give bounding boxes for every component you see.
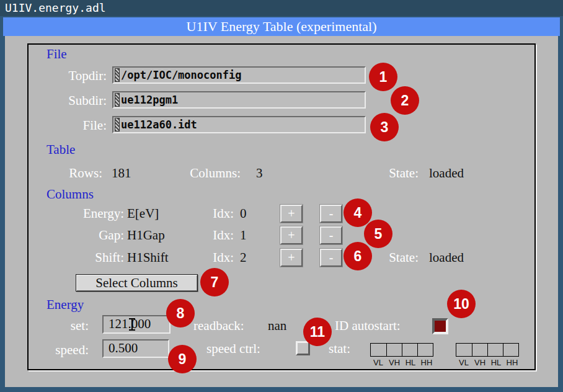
col-gap-idx-label: Idx: [191, 226, 234, 244]
col-gap-value: H1Gap [127, 226, 165, 244]
readback-label: readback: [193, 317, 244, 334]
subdir-input[interactable]: ue112pgm1 [112, 91, 366, 109]
file-input[interactable]: ue112a60.idt [112, 116, 366, 133]
set-label: set: [30, 317, 89, 334]
window-titlebar[interactable]: U1IV.energy.adl [0, 0, 563, 16]
stat-tick-vh: VH [386, 358, 402, 367]
stat-tick-hh: HH [419, 358, 435, 367]
file-label: File: [30, 117, 107, 134]
callout-badge-4: 4 [344, 198, 372, 227]
columns-label: Columns: [154, 164, 241, 182]
table-state-label: State: [340, 164, 419, 182]
stat-cell [417, 344, 433, 356]
col-shift-plus-button[interactable]: + [280, 249, 303, 267]
stat-tick-hl: HL [488, 358, 504, 367]
stat-boxes-group-1 [370, 343, 433, 357]
callout-badge-1: 1 [369, 63, 397, 91]
callout-badge-9: 9 [168, 345, 197, 373]
table-section-label: Table [47, 141, 75, 158]
col-gap-plus-button[interactable]: + [280, 226, 303, 244]
callout-badge-2: 2 [391, 86, 419, 115]
stat-cell [472, 344, 487, 356]
callout-badge-10: 10 [447, 290, 476, 318]
id-autostart-checkbox[interactable] [432, 318, 448, 334]
col-shift-value: H1Shift [127, 249, 169, 266]
col-gap-minus-button[interactable]: - [320, 226, 342, 244]
col-energy-plus-button[interactable]: + [280, 205, 303, 223]
callout-badge-11: 11 [303, 318, 332, 346]
topdir-input[interactable]: /opt/IOC/monoconfig [112, 66, 366, 84]
speed-label: speed: [30, 341, 89, 359]
text-cursor [129, 318, 135, 331]
speed-ctrl-label: speed ctrl: [206, 340, 260, 357]
stat-tick-hl: HL [402, 358, 419, 367]
col-energy-label: Energy: [36, 205, 124, 222]
banner: U1IV Energy Table (experimental) [3, 17, 560, 36]
stat-label: stat: [329, 340, 350, 357]
subdir-value: ue112pgm1 [121, 94, 178, 106]
col-gap-idx-value: 1 [240, 226, 247, 244]
col-energy-minus-button[interactable]: - [320, 205, 342, 223]
col-shift-label: Shift: [36, 249, 124, 266]
callout-badge-8: 8 [166, 299, 195, 327]
energy-speed-input[interactable]: 0.500 [102, 339, 169, 358]
stat-cell [487, 344, 503, 356]
banner-title: U1IV Energy Table (experimental) [187, 19, 377, 34]
col-shift-idx-value: 2 [240, 249, 247, 266]
col-shift-idx-label: Idx: [191, 249, 234, 266]
col-shift-minus-button[interactable]: - [320, 249, 342, 267]
stat-cell [456, 344, 472, 356]
readback-value: nan [268, 317, 286, 334]
col-energy-value: E[eV] [127, 205, 159, 222]
col-gap-label: Gap: [36, 226, 124, 244]
medm-window: U1IV.energy.adl U1IV Energy Table (exper… [0, 0, 563, 392]
table-state-value: loaded [429, 164, 464, 182]
stat-tick-vl: VL [370, 358, 386, 367]
rows-label: Rows: [30, 164, 102, 182]
stat-tick-vl: VL [456, 358, 472, 367]
energy-set-input[interactable]: 121.000 [102, 315, 171, 334]
id-autostart-checkbox-on [435, 321, 446, 332]
text-caret [115, 93, 120, 107]
main-panel: File Topdir: /opt/IOC/monoconfig Subdir:… [5, 36, 558, 387]
stat-boxes-group-2 [456, 343, 519, 357]
stat-ticks-group-2: VL VH HL HH [456, 358, 520, 367]
stat-cell [402, 344, 417, 356]
columns-value: 3 [256, 164, 263, 182]
stat-tick-vh: VH [472, 358, 488, 367]
energy-section-label: Energy [47, 296, 84, 313]
id-autostart-label: ID autostart: [335, 317, 401, 334]
stat-cell [371, 344, 386, 356]
stat-ticks-group-1: VL VH HL HH [370, 358, 435, 367]
file-value: ue112a60.idt [121, 118, 197, 131]
columns-state-value: loaded [429, 249, 464, 266]
stat-cell [386, 344, 402, 356]
topdir-label: Topdir: [30, 67, 107, 84]
rows-value: 181 [112, 164, 131, 182]
callout-badge-3: 3 [370, 113, 399, 141]
callout-badge-6: 6 [344, 242, 372, 270]
stat-cell [503, 344, 518, 356]
topdir-value: /opt/IOC/monoconfig [121, 69, 241, 81]
speed-ctrl-checkbox[interactable] [296, 341, 310, 355]
select-columns-button[interactable]: Select Columns [76, 274, 198, 292]
text-caret [115, 118, 120, 131]
subdir-label: Subdir: [30, 92, 107, 109]
energy-speed-value: 0.500 [109, 341, 138, 355]
file-section-label: File [47, 46, 67, 62]
callout-badge-7: 7 [200, 268, 229, 296]
stat-tick-hh: HH [504, 358, 520, 367]
callout-badge-5: 5 [364, 220, 392, 248]
window-title: U1IV.energy.adl [5, 1, 106, 14]
columns-section-label: Columns [47, 186, 94, 202]
col-energy-idx-label: Idx: [191, 205, 234, 222]
col-energy-idx-value: 0 [240, 205, 247, 222]
text-caret [115, 68, 120, 82]
